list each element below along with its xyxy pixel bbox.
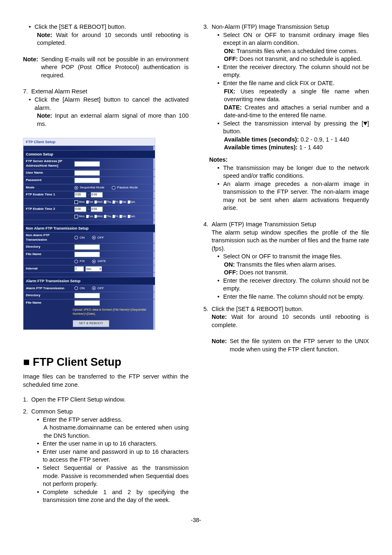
al-off-radio[interactable] [92, 286, 96, 290]
na-off-radio[interactable] [92, 236, 96, 239]
step-1: 1. Open the FTP Client Setup window. [23, 396, 189, 404]
bullet-dot-icon: • [37, 416, 43, 424]
step-3-date: DATE: Creates and attaches a serial numb… [203, 104, 369, 120]
bullet-dot-icon: • [37, 488, 43, 504]
step-3-off: OFF: Does not transmit, and no schedule … [203, 55, 369, 63]
note-reboot: Note: Wait for around 10 seconds until r… [23, 31, 189, 47]
label: Non Alarm FTP Transmission [23, 232, 73, 243]
note-label: Note: [212, 313, 231, 320]
step-3-b2: • Enter the receiver directory. The colu… [203, 63, 369, 79]
time1-to[interactable]: 0:00 [91, 192, 103, 197]
text: Transmits the files when alarm arises. [237, 261, 337, 268]
step-text: Non-Alarm (FTP) Image Transmission Setup [212, 23, 329, 31]
time2-from[interactable]: 0:00 [74, 207, 86, 212]
day-checkbox[interactable] [74, 215, 78, 218]
fix-radio[interactable] [74, 260, 78, 263]
label: FTP Enable Time 1 [23, 192, 73, 198]
bullet-dot-icon: • [217, 79, 223, 88]
step-3-fix: FIX: Uses repeatedly a single file name … [203, 88, 369, 104]
interval-unit-select[interactable]: Sec.▾ [85, 266, 102, 272]
time1-from[interactable]: 0:00 [74, 192, 86, 197]
na-directory-input[interactable] [74, 244, 100, 250]
al-directory-input[interactable] [74, 293, 100, 298]
bullet-dot-icon: • [29, 23, 35, 31]
bullet-dot-icon: • [37, 464, 43, 488]
step-number: 5. [203, 305, 212, 313]
text: Select Sequential or Passive as the tran… [43, 464, 189, 488]
text: Enter the user name in up to 16 characte… [43, 440, 157, 448]
text: Click the [SET & REBOOT] button. [35, 23, 126, 31]
bullet-dot-icon: • [217, 63, 223, 79]
date-label: DATE [97, 259, 106, 264]
label: File Name [23, 251, 73, 258]
step-4-on: ON: Transmits the files when alarm arise… [203, 261, 369, 269]
mode-passive-radio[interactable] [112, 186, 115, 190]
ftp-client-setup-screenshot: FTP Client Setup Common Setup FTP Server… [23, 138, 155, 330]
label: FTP Server Address [IP Address/Host Name… [23, 158, 73, 169]
set-and-reboot-button[interactable]: SET & REBOOT [73, 320, 109, 327]
bullet-dot-icon: • [29, 96, 35, 112]
section-alarm: Alarm FTP Transmission Setup [23, 277, 155, 285]
days-label: Mon. ▇Tue. ▇Wed. ▇Thu. ▇Fri. ▇Sat. ▇Sun. [79, 200, 136, 204]
dash: - [88, 193, 89, 197]
step-number: 7. [23, 88, 31, 96]
step-7-note: Note: Input an external alarm signal of … [23, 112, 189, 128]
interval-value-input[interactable]: 1 [74, 266, 84, 272]
label: Available times (minutes): [224, 144, 297, 151]
row-pass: Password [23, 176, 155, 184]
time2-to[interactable]: 0:00 [91, 207, 103, 212]
text: Enter the receiver directory. The column… [223, 277, 369, 293]
right-column: 3. Non-Alarm (FTP) Image Transmission Se… [203, 23, 369, 504]
label: File Name [23, 300, 73, 306]
na-on-radio[interactable] [74, 236, 78, 239]
username-input[interactable] [74, 170, 100, 176]
row-na-fixdate: FIX DATE [23, 258, 155, 265]
bullet-dot-icon: • [217, 120, 223, 136]
text: Select ON or OFF to transmit ordinary im… [223, 31, 369, 47]
row-al-transmission: Alarm FTP Transmission ON OFF [23, 285, 155, 292]
bullet-dot-icon: • [37, 440, 43, 448]
step-text: Common Setup [31, 408, 73, 416]
step-4-b3: • Enter the file name. The column should… [203, 293, 369, 301]
label: Alarm FTP Transmission [23, 286, 73, 292]
bullet-dot-icon: • [217, 253, 223, 261]
text: Sending E-mails will not be possible in … [41, 56, 189, 80]
step-3-b4: • Select the transmission interval by pr… [203, 120, 369, 136]
row-al-filename: File Name [23, 299, 155, 307]
row-user: User Name [23, 169, 155, 176]
page: • Click the [SET & REBOOT] button. Note:… [0, 0, 392, 536]
bullet-dot-icon: • [217, 31, 223, 47]
unit-label: Sec. [86, 267, 92, 271]
off-label: OFF [97, 236, 104, 240]
two-columns: • Click the [SET & REBOOT] button. Note:… [23, 23, 369, 504]
na-filename-input[interactable] [74, 252, 100, 257]
step-text: Click the [SET & REBOOT] button. [212, 305, 303, 313]
step-7-bullet: • Click the [Alarm Reset] button to canc… [23, 96, 189, 112]
bullet-dot-icon: • [217, 293, 223, 301]
value: 1 - 1 440 [297, 144, 323, 151]
page-number: -38- [23, 517, 369, 523]
label: User Name [23, 170, 73, 176]
text: Set the file system on the FTP server to… [230, 337, 369, 353]
text: The transmission may be longer due to th… [223, 164, 369, 180]
note-pop: Note: Sending E-mails will not be possib… [23, 56, 189, 80]
step-4-b1: • Select ON or OFF to transmit the image… [203, 253, 369, 261]
step-text: Open the FTP Client Setup window. [31, 396, 125, 404]
day-checkbox[interactable] [74, 200, 78, 204]
final-note: Note: Set the file system on the FTP ser… [203, 337, 369, 353]
password-input[interactable] [74, 178, 100, 183]
on-label: ON [80, 286, 85, 291]
text: Enter the file name. The column should n… [223, 293, 364, 301]
row-days-2: Mon. ▇Tue. ▇Wed. ▇Thu. ▇Fri. ▇Sat. ▇Sun. [23, 213, 155, 220]
server-address-input[interactable] [74, 161, 100, 167]
mode-sequential-radio[interactable] [74, 186, 78, 190]
label: FTP Enable Time 2 [23, 206, 73, 212]
row-enable-time-2: FTP Enable Time 2 0:00 - 0:00 [23, 205, 155, 213]
dash: - [88, 207, 89, 211]
bullet-dot-icon: • [217, 164, 223, 180]
al-on-radio[interactable] [74, 286, 78, 290]
label: Password [23, 177, 73, 183]
date-radio[interactable] [92, 260, 96, 263]
bullet-dot-icon: • [217, 277, 223, 293]
al-filename-input[interactable] [74, 300, 100, 306]
